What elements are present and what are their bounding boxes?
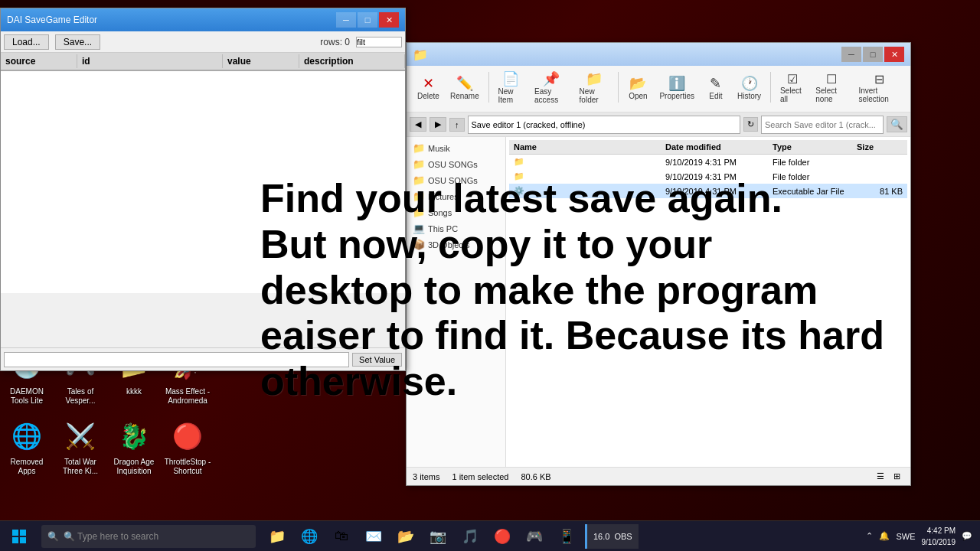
3d-icon: 📦 — [413, 239, 425, 250]
dai-titlebar[interactable]: DAI SaveGame Editor ─ □ ✕ — [1, 8, 405, 31]
explorer-address-bar[interactable]: Save editor 1 (cracked, offline) — [468, 116, 741, 134]
ribbon-invert-selection-button[interactable]: ⊟ Invert selection — [854, 70, 904, 105]
sidebar-label-3d: 3D Objects — [428, 240, 469, 249]
ribbon-new-folder-button[interactable]: 📁 New folder — [575, 69, 613, 106]
taskbar-red-button[interactable]: 🔴 — [487, 521, 518, 552]
dai-filter-input[interactable] — [356, 37, 402, 47]
dai-rows-label: rows: 0 — [320, 37, 350, 47]
taskbar-file-explorer-button[interactable]: 📁 — [262, 521, 292, 552]
sidebar-item-osu2[interactable]: 📁 OSU SONGs — [407, 172, 505, 188]
explorer-up-button[interactable]: ↑ — [449, 118, 465, 132]
explorer-refresh-button[interactable]: ↻ — [743, 117, 758, 132]
easy-access-icon: 📌 — [543, 70, 560, 87]
explorer-titlebar[interactable]: 📁 ─ □ ✕ — [407, 43, 910, 66]
file-item-2[interactable]: ⚙️ 9/10/2019 4:31 PM Executable Jar File… — [509, 184, 907, 198]
file-date-2: 9/10/2019 4:31 PM — [665, 187, 773, 196]
dai-close-button[interactable]: ✕ — [379, 12, 399, 28]
new-item-icon: 📄 — [502, 70, 519, 87]
file-explorer-window: 📁 ─ □ ✕ ✕ Delete ✏️ Rename — [406, 42, 911, 486]
file-item-0[interactable]: 📁 9/10/2019 4:31 PM File folder — [509, 155, 907, 169]
dai-minimize-button[interactable]: ─ — [336, 12, 356, 28]
status-items-count: 3 items — [413, 472, 439, 481]
tray-icon-up[interactable]: ⌃ — [866, 531, 873, 541]
ribbon-delete-button[interactable]: ✕ Delete — [413, 73, 444, 102]
desktop-icon-totalwar[interactable]: ⚔️ Total War Three Ki... — [54, 412, 107, 482]
ribbon-open-button[interactable]: 📂 Open — [622, 73, 653, 102]
folder-file-icon-0: 📁 — [514, 157, 524, 167]
jar-file-icon: ⚙️ — [514, 186, 524, 196]
desktop-icons-row2: 🌐 Removed Apps ⚔️ Total War Three Ki... … — [0, 412, 214, 482]
explorer-search-button[interactable]: 🔍 — [887, 116, 907, 132]
file-item-1[interactable]: 📁 9/10/2019 4:31 PM File folder — [509, 169, 907, 184]
action-center-icon[interactable]: 💬 — [962, 531, 972, 541]
sidebar-item-thispc[interactable]: 💻 This PC — [407, 220, 505, 236]
ribbon-easy-access-button[interactable]: 📌 Easy access — [530, 69, 573, 106]
taskbar-clock[interactable]: 4:42 PM 9/10/2019 — [922, 525, 956, 548]
sidebar-item-pictures[interactable]: 📁 Pictures — [407, 188, 505, 204]
col-name: Name — [514, 142, 665, 152]
obs-label: OBS — [614, 532, 632, 541]
desktop-icon-removed-apps[interactable]: 🌐 Removed Apps — [0, 412, 54, 482]
taskbar-game-button[interactable]: 🎮 — [519, 521, 550, 552]
taskbar-search-box[interactable]: 🔍 🔍 Type here to search — [41, 525, 256, 548]
ribbon-actions-row: ✕ Delete ✏️ Rename 📄 New Item 📌 — [413, 69, 904, 106]
status-view-icons: ☰ ⊞ — [873, 469, 904, 484]
sidebar-item-musik[interactable]: 📁 Musik — [407, 140, 505, 156]
clock-date: 9/10/2019 — [922, 536, 956, 548]
open-icon: 📂 — [629, 75, 646, 92]
dai-save-button[interactable]: Save... — [55, 34, 100, 50]
start-button[interactable] — [0, 521, 38, 552]
dai-window-controls: ─ □ ✕ — [336, 12, 399, 28]
explorer-maximize-button[interactable]: □ — [863, 47, 883, 62]
col-date: Date modified — [665, 142, 773, 152]
file-type-2: Executable Jar File — [773, 187, 857, 196]
col-type: Type — [773, 142, 857, 152]
svg-rect-0 — [12, 530, 18, 536]
taskbar-quick-launch: 📁 🌐 🛍 ✉️ 📂 📷 🎵 🔴 🎮 📱 — [262, 521, 582, 552]
dai-maximize-button[interactable]: □ — [358, 12, 377, 28]
dai-load-button[interactable]: Load... — [4, 34, 49, 50]
sidebar-item-3dobjects[interactable]: 📦 3D Objects — [407, 236, 505, 253]
taskbar-edge-button[interactable]: 🌐 — [294, 521, 325, 552]
view-list-button[interactable]: ☰ — [873, 469, 888, 484]
ribbon-organize-group: ✕ Delete ✏️ Rename — [413, 73, 484, 102]
taskbar-folder2-button[interactable]: 📂 — [390, 521, 421, 552]
windows-logo-icon — [11, 529, 27, 544]
ribbon-edit-button[interactable]: ✎ Edit — [701, 73, 731, 102]
ribbon-new-item-button[interactable]: 📄 New Item — [494, 69, 529, 106]
throttlestop-icon: 🔴 — [169, 418, 206, 455]
sidebar-item-osu1[interactable]: 📁 OSU SONGs — [407, 156, 505, 172]
rename-icon: ✏️ — [456, 75, 473, 92]
obs-taskbar-button[interactable]: 16.0 OBS — [585, 524, 639, 549]
explorer-close-button[interactable]: ✕ — [884, 47, 904, 62]
tray-notification-icon[interactable]: 🔔 — [879, 531, 890, 541]
ribbon-select-all-button[interactable]: ☑ Select all — [776, 70, 809, 105]
ribbon-properties-button[interactable]: ℹ️ Properties — [655, 73, 699, 102]
dai-table-body[interactable] — [1, 71, 405, 293]
col-size: Size — [857, 142, 903, 152]
view-grid-button[interactable]: ⊞ — [890, 469, 904, 484]
ribbon-rename-button[interactable]: ✏️ Rename — [446, 73, 484, 102]
dai-col-desc: description — [299, 54, 405, 68]
history-icon: 🕐 — [741, 75, 758, 92]
folder-icon-5: 📁 — [413, 207, 425, 218]
taskbar-mail-button[interactable]: ✉️ — [358, 521, 389, 552]
sidebar-item-songs[interactable]: 📁 Songs — [407, 204, 505, 220]
select-none-icon: ☐ — [826, 72, 837, 86]
desktop-icon-dragon-age[interactable]: 🐉 Dragon Age Inquisition — [107, 412, 161, 482]
taskbar-store-button[interactable]: 🛍 — [326, 521, 357, 552]
taskbar-camera-button[interactable]: 📷 — [423, 521, 453, 552]
dai-set-value-button[interactable]: Set Value — [352, 353, 402, 367]
taskbar-app-button[interactable]: 📱 — [551, 521, 582, 552]
dai-value-input[interactable] — [4, 352, 349, 367]
ribbon-history-button[interactable]: 🕐 History — [733, 73, 766, 102]
explorer-forward-button[interactable]: ▶ — [430, 117, 446, 132]
properties-icon: ℹ️ — [668, 75, 685, 92]
svg-rect-2 — [12, 537, 18, 543]
explorer-minimize-button[interactable]: ─ — [841, 47, 861, 62]
explorer-back-button[interactable]: ◀ — [410, 117, 426, 132]
taskbar-music-button[interactable]: 🎵 — [455, 521, 485, 552]
explorer-search-input[interactable] — [761, 116, 884, 134]
ribbon-select-none-button[interactable]: ☐ Select none — [811, 70, 852, 105]
desktop-icon-throttlestop[interactable]: 🔴 ThrottleStop - Shortcut — [161, 412, 214, 482]
